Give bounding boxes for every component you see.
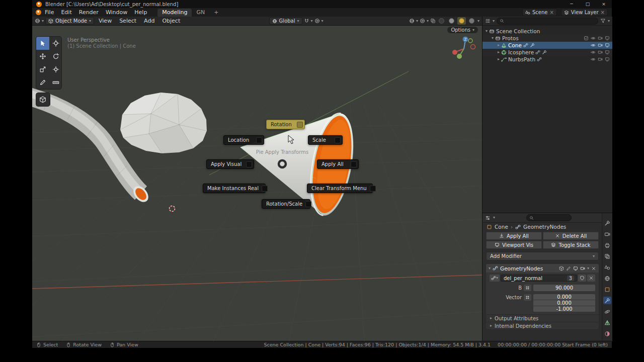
gizmos-caret-icon[interactable]: ▾ bbox=[416, 19, 418, 23]
snap-magnet-icon[interactable] bbox=[304, 18, 309, 24]
xray-toggle-icon[interactable] bbox=[430, 18, 436, 24]
modifier-expand-caret-icon[interactable]: ▾ bbox=[489, 266, 491, 270]
outliner-filter-caret-icon[interactable]: ▾ bbox=[608, 19, 610, 23]
shading-caret-icon[interactable]: ▾ bbox=[477, 19, 479, 23]
pie-item-make-instances-real[interactable]: Make Instances Real bbox=[203, 184, 266, 193]
transform-orientation-dropdown[interactable]: Global ▾ bbox=[269, 17, 302, 25]
vector-y-field[interactable]: 0.000 bbox=[533, 300, 595, 306]
tab-material[interactable] bbox=[603, 330, 611, 337]
exclude-checkbox-icon[interactable] bbox=[584, 36, 589, 41]
overlays-icon[interactable] bbox=[420, 18, 425, 24]
input-b-value-field[interactable]: 90.000 bbox=[533, 285, 595, 291]
breadcrumb-object[interactable]: Cone bbox=[495, 224, 508, 230]
attribute-toggle-button[interactable] bbox=[524, 285, 531, 291]
viewport-monitor-icon[interactable] bbox=[605, 50, 610, 55]
modifier-header[interactable]: ▾ GeometryNodes ▾ bbox=[486, 264, 599, 273]
node-group-users-count[interactable]: 3 bbox=[567, 276, 574, 281]
hide-eye-icon[interactable] bbox=[591, 43, 596, 48]
internal-dependencies-section[interactable]: ▸ Internal Dependencies bbox=[486, 322, 599, 329]
hide-eye-icon[interactable] bbox=[591, 50, 596, 55]
tab-world[interactable] bbox=[603, 275, 611, 282]
tab-output[interactable] bbox=[603, 241, 611, 249]
render-camera-icon[interactable] bbox=[598, 50, 603, 55]
pie-item-clear-transform-menu[interactable]: Clear Transform Menu bbox=[307, 184, 373, 193]
shading-solid-button[interactable] bbox=[447, 17, 456, 25]
viewport-vis-button[interactable]: Viewport Vis bbox=[486, 241, 542, 249]
workspace-tab-modeling[interactable]: Modeling bbox=[157, 9, 192, 17]
attribute-toggle-button[interactable] bbox=[524, 294, 531, 301]
pie-item-location[interactable]: Location bbox=[223, 135, 264, 145]
modifier-close-icon[interactable] bbox=[591, 266, 596, 271]
outliner-row-protos[interactable]: ▾ Protos bbox=[482, 35, 612, 42]
shading-rendered-button[interactable] bbox=[467, 17, 476, 25]
render-camera-icon[interactable] bbox=[598, 36, 603, 41]
realtime-toggle-icon[interactable] bbox=[573, 266, 578, 271]
output-attributes-section[interactable]: ▸ Output Attributes bbox=[486, 314, 599, 322]
outliner-row-nurbspath[interactable]: ▸ NurbsPath bbox=[482, 56, 612, 63]
modifier-extras-caret-icon[interactable]: ▾ bbox=[587, 266, 589, 270]
menu-help[interactable]: Help bbox=[131, 9, 150, 16]
fake-user-shield-button[interactable] bbox=[578, 275, 586, 282]
shading-material-button[interactable] bbox=[457, 17, 466, 25]
breadcrumb-modifier[interactable]: GeometryNodes bbox=[523, 224, 566, 230]
apply-all-button[interactable]: Apply All bbox=[486, 232, 542, 240]
viewport-monitor-icon[interactable] bbox=[605, 57, 610, 62]
on-cage-toggle-icon[interactable] bbox=[559, 266, 564, 271]
minimize-button[interactable]: ─ bbox=[564, 0, 580, 8]
pie-item-scale[interactable]: Scale bbox=[308, 135, 343, 145]
menu-file[interactable]: File bbox=[41, 9, 57, 16]
properties-editor-caret-icon[interactable]: ▾ bbox=[493, 216, 495, 220]
viewport-monitor-icon[interactable] bbox=[605, 43, 610, 48]
tab-physics[interactable] bbox=[603, 308, 611, 315]
properties-editor-icon[interactable] bbox=[485, 215, 491, 221]
outliner-search-input[interactable] bbox=[506, 19, 541, 24]
toggle-stack-button[interactable]: Toggle Stack bbox=[543, 241, 599, 249]
editor-type-caret-icon[interactable]: ▾ bbox=[42, 19, 44, 23]
outliner-editor-icon[interactable] bbox=[485, 18, 491, 24]
view-layer-selector[interactable]: View Layer × bbox=[561, 9, 608, 16]
pie-item-apply-visual[interactable]: Apply Visual bbox=[206, 159, 254, 169]
tab-view-layer[interactable] bbox=[603, 252, 611, 260]
snap-caret-icon[interactable]: ▾ bbox=[311, 19, 313, 23]
blender-menu-icon[interactable] bbox=[36, 10, 41, 15]
vector-z-field[interactable]: -1.000 bbox=[533, 306, 595, 312]
outliner-row-cone[interactable]: ▸ Cone bbox=[482, 42, 612, 49]
view-layer-unlink-icon[interactable]: × bbox=[601, 10, 605, 15]
maximize-button[interactable]: □ bbox=[580, 0, 596, 8]
tab-render[interactable] bbox=[603, 230, 611, 238]
proportional-caret-icon[interactable]: ▾ bbox=[321, 19, 324, 23]
menu-add[interactable]: Add bbox=[141, 18, 157, 24]
tab-object-data[interactable] bbox=[603, 319, 611, 326]
scene-selector[interactable]: Scene × bbox=[522, 9, 557, 16]
overlays-caret-icon[interactable]: ▾ bbox=[427, 19, 429, 23]
outliner-search[interactable] bbox=[497, 18, 598, 25]
tab-modifiers[interactable] bbox=[603, 297, 611, 304]
menu-edit[interactable]: Edit bbox=[57, 9, 75, 16]
delete-all-button[interactable]: Delete All bbox=[543, 232, 599, 240]
properties-search[interactable] bbox=[526, 214, 572, 221]
pie-item-rotation-scale[interactable]: Rotation/Scale bbox=[262, 199, 310, 209]
render-toggle-icon[interactable] bbox=[580, 266, 585, 271]
unlink-node-group-button[interactable] bbox=[587, 275, 595, 282]
editor-type-icon[interactable] bbox=[35, 18, 40, 24]
menu-object[interactable]: Object bbox=[159, 18, 183, 24]
viewport-canvas[interactable]: User Perspective (1) Scene Collection | … bbox=[32, 25, 482, 341]
node-group-name-field[interactable]: del_per_normal 3 bbox=[501, 275, 577, 282]
shading-wireframe-button[interactable] bbox=[437, 17, 446, 25]
outliner-filter-icon[interactable] bbox=[600, 18, 606, 24]
pie-item-rotation[interactable]: Rotation bbox=[266, 120, 305, 129]
modifier-name[interactable]: GeometryNodes bbox=[500, 265, 543, 272]
workspace-tab-gn[interactable]: GN bbox=[192, 9, 209, 17]
menu-window[interactable]: Window bbox=[102, 9, 131, 16]
outliner-row-icosphere[interactable]: ▸ Icosphere bbox=[482, 49, 612, 56]
properties-search-input[interactable] bbox=[536, 215, 561, 220]
vector-x-field[interactable]: 0.000 bbox=[533, 294, 595, 300]
gizmos-icon[interactable] bbox=[409, 18, 415, 24]
viewport-monitor-icon[interactable] bbox=[605, 36, 610, 41]
menu-select[interactable]: Select bbox=[116, 18, 139, 24]
mode-dropdown[interactable]: Object Mode ▾ bbox=[45, 17, 94, 25]
hide-eye-icon[interactable] bbox=[591, 57, 596, 62]
pie-item-apply-all[interactable]: Apply All bbox=[317, 159, 359, 169]
browse-node-group-button[interactable]: ▾ bbox=[490, 275, 500, 282]
proportional-edit-icon[interactable] bbox=[314, 18, 320, 24]
